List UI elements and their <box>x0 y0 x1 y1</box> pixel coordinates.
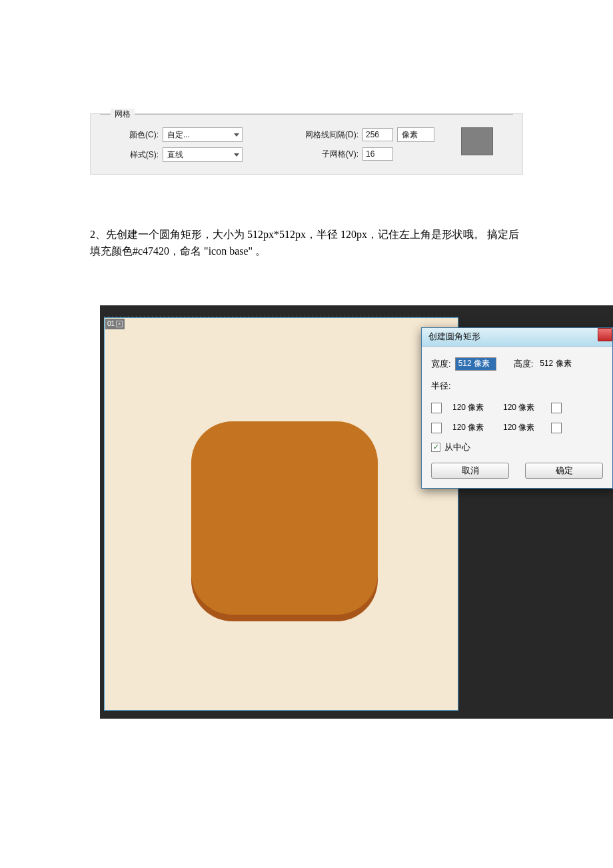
document-tab[interactable]: 01 × <box>105 319 125 329</box>
from-center-checkbox[interactable]: ✓ <box>431 443 440 452</box>
corner-tr-input[interactable]: 120 像素 <box>500 401 543 415</box>
corner-top-left-icon[interactable] <box>431 403 442 413</box>
editor-screenshot: 01 × 创建圆角矩形 宽度: 512 像素 高度: 512 像素 半径: <box>100 305 613 719</box>
cancel-button[interactable]: 取消 <box>431 463 509 479</box>
style-value: 直线 <box>167 149 183 161</box>
dialog-close-button[interactable] <box>598 328 612 341</box>
style-label: 样式(S): <box>103 149 163 161</box>
chevron-down-icon <box>234 153 239 157</box>
chevron-down-icon <box>234 133 239 137</box>
corner-br-input[interactable]: 120 像素 <box>500 421 543 435</box>
corner-bl-input[interactable]: 120 像素 <box>450 421 492 435</box>
ok-button[interactable]: 确定 <box>525 463 603 479</box>
color-swatch[interactable] <box>461 127 493 155</box>
create-rounded-rect-dialog: 创建圆角矩形 宽度: 512 像素 高度: 512 像素 半径: 120 像素 … <box>421 327 613 489</box>
color-dropdown[interactable]: 自定... <box>163 127 243 142</box>
width-input[interactable]: 512 像素 <box>455 357 496 371</box>
instruction-paragraph: 2、先创建一个圆角矩形，大小为 512px*512px，半径 120px，记住左… <box>90 227 523 260</box>
dialog-title: 创建圆角矩形 <box>428 331 480 343</box>
corner-tl-input[interactable]: 120 像素 <box>450 401 492 415</box>
radius-label: 半径: <box>431 380 451 392</box>
color-label: 颜色(C): <box>103 129 163 141</box>
grid-legend: 网格 <box>111 109 135 120</box>
corner-bottom-left-icon[interactable] <box>431 423 442 433</box>
corner-top-right-icon[interactable] <box>551 403 562 413</box>
subgrid-label: 子网格(V): <box>243 149 362 160</box>
unit-dropdown[interactable]: 像素 <box>397 127 434 142</box>
close-icon[interactable]: × <box>116 321 123 327</box>
style-dropdown[interactable]: 直线 <box>163 147 243 162</box>
corner-bottom-right-icon[interactable] <box>551 423 562 433</box>
canvas[interactable] <box>104 317 458 711</box>
icon-base-shape <box>191 421 378 615</box>
height-label: 高度: <box>514 358 534 370</box>
dialog-titlebar[interactable]: 创建圆角矩形 <box>422 328 612 347</box>
document-tab-label: 01 <box>107 320 115 327</box>
from-center-label: 从中心 <box>444 441 470 453</box>
width-label: 宽度: <box>431 358 451 370</box>
spacing-label: 网格线间隔(D): <box>243 129 362 141</box>
spacing-input[interactable]: 256 <box>362 128 393 141</box>
color-value: 自定... <box>167 129 190 141</box>
unit-value: 像素 <box>402 129 418 141</box>
height-input[interactable]: 512 像素 <box>537 357 578 371</box>
fieldset-border <box>100 114 513 115</box>
grid-settings-panel: 网格 颜色(C): 自定... 样式(S): 直线 <box>90 113 523 175</box>
subgrid-input[interactable]: 16 <box>362 147 393 161</box>
